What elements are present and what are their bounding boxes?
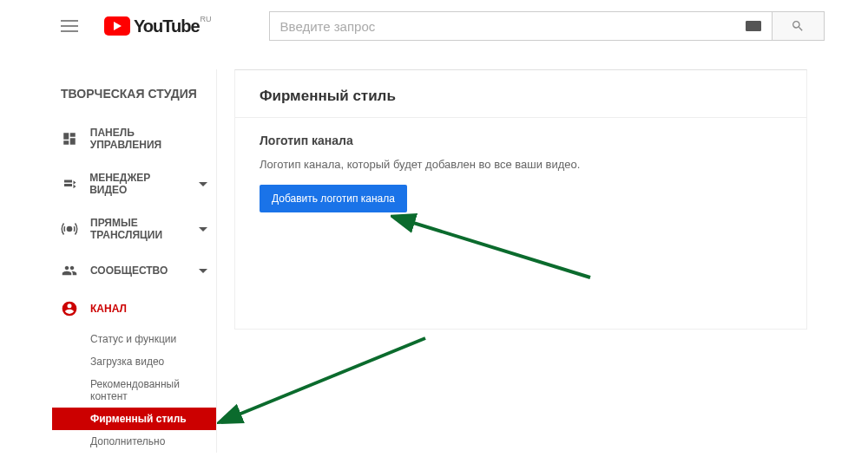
logo-text: YouTube bbox=[134, 16, 200, 36]
sidebar-title: ТВОРЧЕСКАЯ СТУДИЯ bbox=[52, 78, 216, 116]
community-icon bbox=[61, 262, 78, 279]
sidebar-item-label: МЕНЕДЖЕР ВИДЕО bbox=[89, 172, 187, 196]
chevron-down-icon bbox=[199, 227, 207, 232]
channel-subitems: Статус и функции Загрузка видео Рекоменд… bbox=[52, 328, 216, 453]
sidebar-item-label: КАНАЛ bbox=[90, 303, 127, 315]
search-placeholder: Введите запрос bbox=[280, 19, 376, 34]
page-title: Фирменный стиль bbox=[260, 88, 782, 105]
section-heading: Логотип канала bbox=[260, 134, 782, 147]
top-header: YouTube RU Введите запрос bbox=[0, 0, 868, 52]
content-layout: ТВОРЧЕСКАЯ СТУДИЯ ПАНЕЛЬ УПРАВЛЕНИЯ МЕНЕ… bbox=[0, 52, 868, 453]
search-icon bbox=[791, 19, 805, 33]
hamburger-menu-icon[interactable] bbox=[61, 20, 78, 32]
youtube-play-icon bbox=[104, 16, 130, 36]
search-button[interactable] bbox=[773, 11, 825, 41]
section-description: Логотип канала, который будет добавлен в… bbox=[260, 158, 782, 171]
sidebar-item-label: ПАНЕЛЬ УПРАВЛЕНИЯ bbox=[90, 127, 207, 151]
search-bar: Введите запрос bbox=[269, 11, 825, 41]
youtube-logo[interactable]: YouTube RU bbox=[104, 16, 200, 36]
keyboard-icon[interactable] bbox=[746, 21, 761, 31]
main-body: Логотип канала Логотип канала, который б… bbox=[235, 118, 806, 228]
subitem-upload[interactable]: Загрузка видео bbox=[90, 350, 216, 373]
main-panel: Фирменный стиль Логотип канала Логотип к… bbox=[234, 69, 807, 330]
subitem-status[interactable]: Статус и функции bbox=[90, 328, 216, 350]
sidebar-item-label: СООБЩЕСТВО bbox=[90, 264, 168, 277]
subitem-recommended[interactable]: Рекомендованный контент bbox=[90, 373, 216, 408]
sidebar: ТВОРЧЕСКАЯ СТУДИЯ ПАНЕЛЬ УПРАВЛЕНИЯ МЕНЕ… bbox=[52, 69, 217, 453]
subitem-branding[interactable]: Фирменный стиль bbox=[52, 408, 216, 430]
sidebar-item-label: ПРЯМЫЕ ТРАНСЛЯЦИИ bbox=[90, 217, 187, 241]
subitem-additional[interactable]: Дополнительно bbox=[90, 430, 216, 453]
search-input[interactable]: Введите запрос bbox=[269, 11, 773, 41]
chevron-down-icon bbox=[199, 182, 207, 186]
main-header: Фирменный стиль bbox=[235, 70, 806, 118]
sidebar-item-video-manager[interactable]: МЕНЕДЖЕР ВИДЕО bbox=[52, 161, 216, 206]
chevron-down-icon bbox=[199, 269, 207, 273]
logo-region: RU bbox=[201, 15, 212, 23]
sidebar-item-community[interactable]: СООБЩЕСТВО bbox=[52, 251, 216, 290]
user-circle-icon bbox=[61, 300, 78, 317]
video-manager-icon bbox=[61, 175, 77, 193]
live-broadcast-icon bbox=[61, 220, 78, 238]
sidebar-item-channel[interactable]: КАНАЛ bbox=[52, 290, 216, 328]
sidebar-item-dashboard[interactable]: ПАНЕЛЬ УПРАВЛЕНИЯ bbox=[52, 116, 216, 161]
add-channel-logo-button[interactable]: Добавить логотип канала bbox=[260, 185, 407, 212]
sidebar-item-live[interactable]: ПРЯМЫЕ ТРАНСЛЯЦИИ bbox=[52, 206, 216, 251]
dashboard-icon bbox=[61, 130, 78, 147]
